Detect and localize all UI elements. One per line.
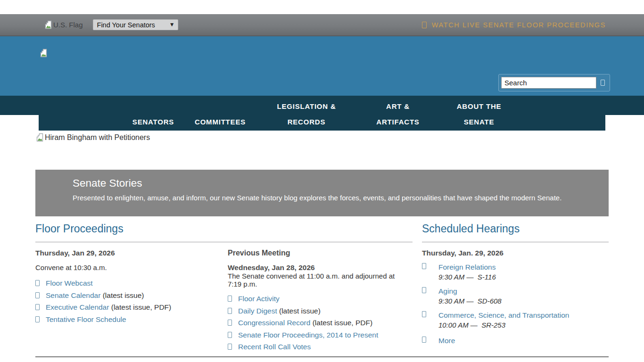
hearing-time: 9:30 AM — S-116 — [438, 273, 496, 281]
hero-broken-image: Hiram Bingham with Petitioners — [35, 133, 150, 142]
link-suffix: (latest issue, PDF) — [109, 303, 171, 311]
nav-label-line1: ART & — [376, 99, 419, 114]
nav-label-line2: ARTIFACTS — [376, 114, 419, 130]
hearing-item: Aging 9:30 AM — SD-608 — [422, 287, 609, 305]
more-hearings-link[interactable]: More — [438, 337, 455, 345]
bullet-glyph-icon — [35, 280, 40, 286]
nav-label-line2: RECORDS — [277, 114, 336, 130]
daily-digest-link[interactable]: Daily Digest — [238, 307, 277, 315]
senate-stories-banner[interactable]: Senate Stories Presented to enlighten, a… — [35, 170, 609, 216]
nav-item-about-senate[interactable]: ABOUT THE SENATE — [457, 99, 502, 130]
congressional-record-link[interactable]: Congressional Record — [238, 319, 310, 327]
us-flag-alt-text: U.S. Flag — [53, 21, 83, 29]
banner-title: Senate Stories — [73, 177, 609, 189]
video-camera-icon — [422, 22, 427, 28]
list-item: Daily Digest (latest issue) — [228, 307, 413, 315]
utility-topbar: U.S. Flag Find Your Senators ▼ WATCH LIV… — [0, 14, 644, 36]
hearings-date: Thursday, Jan. 29, 2026 — [422, 249, 609, 257]
masthead — [0, 36, 644, 96]
watch-live-link[interactable]: WATCH LIVE SENATE FLOOR PROCEEDINGS — [422, 21, 606, 29]
foreign-relations-link[interactable]: Foreign Relations — [438, 263, 495, 271]
us-flag-broken-image: U.S. Flag — [44, 20, 83, 29]
nav-label-line2: COMMITTEES — [195, 114, 246, 130]
previous-meeting-heading: Previous Meeting — [228, 249, 413, 257]
floor-webcast-link[interactable]: Floor Webcast — [46, 279, 93, 287]
convene-time: Convene at 10:30 a.m. — [35, 263, 219, 272]
bullet-glyph-icon — [35, 316, 40, 322]
nav-label-line2: SENATE — [457, 114, 502, 130]
nav-item-committees[interactable]: COMMITTEES — [195, 99, 246, 130]
recent-roll-call-votes-link[interactable]: Recent Roll Call Votes — [238, 343, 311, 351]
search-icon — [601, 80, 605, 86]
watch-live-label: WATCH LIVE SENATE FLOOR PROCEEDINGS — [432, 21, 606, 29]
list-item: Senate Floor Proceedings, 2014 to Presen… — [228, 331, 413, 339]
hearing-item-more: More — [422, 337, 609, 345]
nav-label-line2: SENATORS — [132, 114, 174, 130]
section-divider — [422, 242, 609, 242]
bullet-glyph-icon — [228, 320, 232, 326]
list-item: Congressional Record (latest issue, PDF) — [228, 319, 413, 327]
hearing-time: 9:30 AM — SD-608 — [438, 297, 502, 305]
bullet-glyph-icon — [422, 311, 426, 317]
nav-label-line1: LEGISLATION & — [277, 99, 336, 114]
hearing-item: Foreign Relations 9:30 AM — S-116 — [422, 263, 609, 281]
previous-meeting-summary: The Senate convened at 11:00 a.m. and ad… — [228, 272, 408, 288]
footer-divider — [35, 356, 609, 357]
session-date: Thursday, Jan 29, 2026 — [35, 249, 219, 257]
nav-item-legislation-records[interactable]: LEGISLATION & RECORDS — [277, 99, 336, 130]
nav-item-art-artifacts[interactable]: ART & ARTIFACTS — [376, 99, 419, 130]
list-item: Recent Roll Call Votes — [228, 343, 413, 351]
broken-image-icon — [35, 133, 44, 142]
senate-logo-broken-image-icon — [39, 49, 48, 58]
bullet-glyph-icon — [228, 296, 232, 302]
nav-label-line1 — [132, 99, 174, 114]
nav-item-senators[interactable]: SENATORS — [132, 99, 174, 130]
hearing-item: Commerce, Science, and Transportation 10… — [422, 311, 609, 329]
list-item: Floor Webcast — [35, 279, 219, 288]
search-button[interactable] — [601, 80, 605, 86]
senate-calendar-link[interactable]: Senate Calendar — [46, 291, 100, 299]
floor-proceedings-section: Floor Proceedings Thursday, Jan 29, 2026… — [35, 222, 413, 242]
previous-meeting-date: Wednesday, Jan 28, 2026 — [228, 263, 413, 272]
aging-link[interactable]: Aging — [438, 287, 457, 295]
link-suffix: (latest issue) — [100, 291, 144, 299]
bullet-glyph-icon — [228, 344, 232, 350]
scheduled-hearings-title: Scheduled Hearings — [422, 222, 609, 236]
hearing-time: 10:00 AM — SR-253 — [438, 321, 569, 329]
bullet-glyph-icon — [422, 263, 426, 269]
hearings-list: Foreign Relations 9:30 AM — S-116 Aging … — [422, 263, 609, 345]
bullet-glyph-icon — [422, 287, 426, 293]
list-item: Tentative Floor Schedule — [35, 315, 219, 324]
floor-proceedings-2014-link[interactable]: Senate Floor Proceedings, 2014 to Presen… — [238, 331, 378, 339]
executive-calendar-link[interactable]: Executive Calendar — [46, 303, 109, 311]
find-senators-select[interactable]: Find Your Senators — [93, 19, 178, 30]
main-nav: SENATORS COMMITTEES LEGISLATION & RECORD… — [39, 96, 605, 131]
floor-activity-link[interactable]: Floor Activity — [238, 295, 280, 303]
link-suffix: (latest issue, PDF) — [310, 319, 372, 327]
search-input[interactable] — [501, 77, 596, 89]
commerce-science-transportation-link[interactable]: Commerce, Science, and Transportation — [438, 311, 569, 319]
bullet-glyph-icon — [35, 304, 40, 310]
tentative-floor-schedule-link[interactable]: Tentative Floor Schedule — [46, 315, 126, 323]
find-senators-select-wrap: Find Your Senators ▼ — [93, 19, 178, 30]
previous-meeting-column: Previous Meeting Wednesday, Jan 28, 2026… — [228, 249, 413, 355]
list-item: Executive Calendar (latest issue, PDF) — [35, 303, 219, 312]
bullet-glyph-icon — [228, 332, 232, 338]
today-links-list: Floor Webcast Senate Calendar (latest is… — [35, 279, 219, 324]
bullet-glyph-icon — [422, 337, 426, 343]
search-box — [498, 74, 610, 91]
nav-label-line1 — [195, 99, 246, 114]
bullet-glyph-icon — [35, 292, 40, 298]
previous-meeting-links-list: Floor Activity Daily Digest (latest issu… — [228, 295, 413, 351]
nav-label-line1: ABOUT THE — [457, 99, 502, 114]
list-item: Senate Calendar (latest issue) — [35, 291, 219, 300]
bullet-glyph-icon — [228, 308, 232, 314]
section-divider — [35, 242, 413, 242]
scheduled-hearings-section: Scheduled Hearings Thursday, Jan. 29, 20… — [422, 222, 609, 351]
link-suffix: (latest issue) — [277, 307, 321, 315]
broken-image-icon — [44, 20, 52, 29]
floor-proceedings-title: Floor Proceedings — [35, 222, 413, 236]
hero-image-alt-text: Hiram Bingham with Petitioners — [45, 133, 150, 142]
list-item: Floor Activity — [228, 295, 413, 303]
todays-session-column: Thursday, Jan 29, 2026 Convene at 10:30 … — [35, 249, 219, 327]
